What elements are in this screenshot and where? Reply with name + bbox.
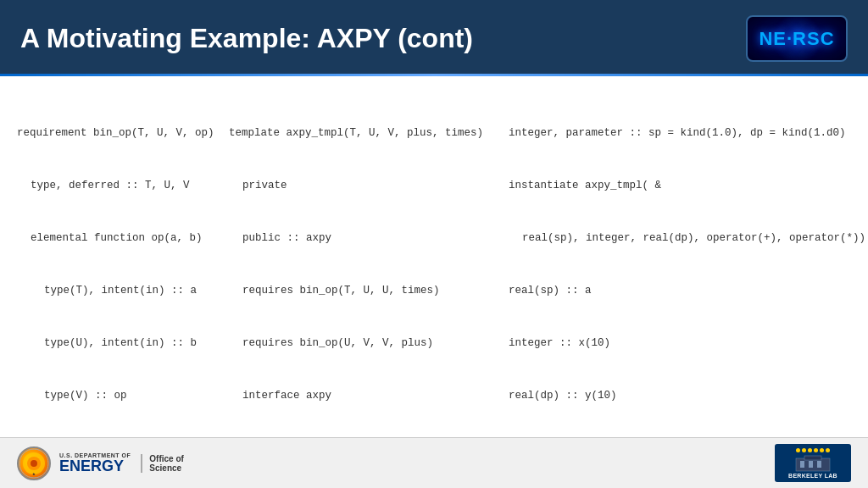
- berkeley-lab-logo: BERKELEY LAB: [775, 444, 851, 482]
- code-line-real-sp: real(sp) :: a: [509, 282, 865, 300]
- left-code-column: requirement bin_op(T, U, V, op) type, de…: [17, 90, 220, 386]
- nersc-logo-text: NE·RSC: [759, 28, 834, 50]
- berkeley-logo-inner: BERKELEY LAB: [788, 448, 837, 479]
- svg-rect-9: [804, 456, 821, 460]
- berkeley-building-svg: [792, 454, 834, 473]
- energy-logo: ★ U.S. DEPARTMENT OF ENERGY Office of Sc…: [17, 446, 184, 480]
- energy-office-line1: Office of: [149, 454, 184, 463]
- dot-3: [808, 448, 812, 452]
- code-line-1: requirement bin_op(T, U, V, op): [17, 125, 220, 142]
- code-line-integer-param: integer, parameter :: sp = kind(1.0), dp…: [509, 125, 865, 142]
- berkeley-dots: [796, 448, 830, 452]
- energy-office: Office of Science: [141, 454, 184, 473]
- code-line-template: template axpy_tmpl(T, U, V, plus, times): [229, 125, 492, 142]
- svg-rect-7: [809, 461, 813, 468]
- code-line-6: type(V) :: op: [17, 387, 220, 405]
- slide-title: A Motivating Example: AXPY (cont): [20, 23, 473, 54]
- code-line-interface: interface axpy: [229, 387, 492, 405]
- middle-code-column: template axpy_tmpl(T, U, V, plus, times)…: [220, 90, 492, 386]
- nersc-logo: NE·RSC: [746, 15, 848, 62]
- code-line-requires-1: requires bin_op(T, U, U, times): [229, 282, 492, 300]
- code-line-instantiate-args: real(sp), integer, real(dp), operator(+)…: [509, 230, 865, 247]
- code-line-private: private: [229, 177, 492, 195]
- code-line-2: type, deferred :: T, U, V: [17, 177, 220, 195]
- code-line-public: public :: axpy: [229, 230, 492, 247]
- dot-4: [814, 448, 818, 452]
- energy-office-line2: Science: [149, 463, 184, 473]
- svg-point-3: [31, 460, 37, 467]
- code-line-requires-2: requires bin_op(U, V, V, plus): [229, 335, 492, 352]
- code-line-5: type(U), intent(in) :: b: [17, 335, 220, 352]
- code-line-integer-x: integer :: x(10): [509, 335, 865, 352]
- energy-text: U.S. DEPARTMENT OF ENERGY: [59, 452, 131, 474]
- slide-header: A Motivating Example: AXPY (cont) NE·RSC: [0, 0, 868, 74]
- code-line-4: type(T), intent(in) :: a: [17, 282, 220, 300]
- dot-6: [826, 448, 830, 452]
- dot-5: [820, 448, 824, 452]
- slide-footer: ★ U.S. DEPARTMENT OF ENERGY Office of Sc…: [0, 437, 868, 488]
- energy-name-label: ENERGY: [59, 458, 131, 474]
- slide-content: requirement bin_op(T, U, V, op) type, de…: [0, 76, 868, 437]
- right-code-column: integer, parameter :: sp = kind(1.0), dp…: [492, 90, 865, 386]
- dot-1: [796, 448, 800, 452]
- code-line-3: elemental function op(a, b): [17, 230, 220, 247]
- code-line-instantiate: instantiate axpy_tmpl( &: [509, 177, 865, 195]
- svg-text:★: ★: [32, 472, 36, 476]
- svg-rect-6: [800, 461, 804, 468]
- berkeley-lab-text: BERKELEY LAB: [788, 473, 837, 479]
- dot-2: [802, 448, 806, 452]
- svg-rect-8: [817, 461, 821, 468]
- code-line-real-dp: real(dp) :: y(10): [509, 387, 865, 405]
- energy-seal: ★: [17, 446, 51, 480]
